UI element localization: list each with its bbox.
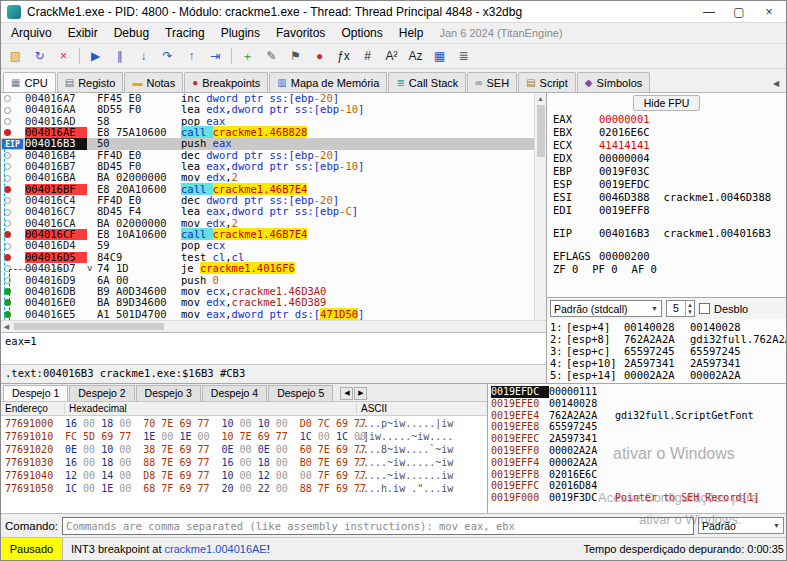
tab-script[interactable]: ▤Script <box>518 72 576 92</box>
stepper-arrows[interactable]: ▲ ▼ <box>685 301 694 316</box>
argument-row[interactable]: 5:[esp+14]00002A2A00002A2A <box>550 369 786 381</box>
disasm-row[interactable]: 004016E5A1 501D4700mov eax,dword ptr ds:… <box>1 309 534 320</box>
command-profile-select[interactable]: Padrão ▼ <box>698 517 784 534</box>
stack-row[interactable]: 0019EFEC2A597341 <box>488 433 786 445</box>
disasm-row[interactable]: 004016C78D45 F4lea eax,dword ptr ss:[ebp… <box>1 206 534 217</box>
tab-seh[interactable]: ∞SEH <box>467 72 517 92</box>
menu-item-arquivo[interactable]: Arquivo <box>3 24 60 42</box>
disasm-horizontal-scrollbar[interactable]: ◀ <box>1 320 546 332</box>
register-row-edx[interactable]: EDX00000004 <box>553 152 786 165</box>
label-icon[interactable]: ⚑ <box>284 46 307 67</box>
run-icon[interactable]: ▶ <box>84 46 107 67</box>
menu-item-options[interactable]: Options <box>333 24 390 42</box>
stack-row[interactable]: 0019EFE4762A2A2Agdi32full.ScriptGetFont <box>488 410 786 422</box>
menu-item-favoritos[interactable]: Favoritos <box>268 24 333 42</box>
disasm-row[interactable]: 004016D7v74 1Dje crackme1.4016F6 <box>1 263 534 274</box>
cpu-flags-row[interactable]: ZF 0PF 0AF 0 <box>553 263 786 276</box>
register-row-eax[interactable]: EAX00000001 <box>553 113 786 126</box>
dump-row[interactable]: 77691010FC 5D 69 77 1E 00 1E 00 10 7E 69… <box>1 430 487 443</box>
register-row-eflags[interactable]: EFLAGS 00000200 <box>553 250 786 263</box>
breakpoint-gutter[interactable] <box>1 150 25 161</box>
register-row-esp[interactable]: ESP0019EFDC <box>553 178 786 191</box>
disasm-row[interactable]: 004016B78D45 F0lea eax,dword ptr ss:[ebp… <box>1 161 534 172</box>
tab-despejo-4[interactable]: Despejo 4 <box>202 385 267 401</box>
menu-item-tracing[interactable]: Tracing <box>157 24 213 42</box>
stack-row[interactable]: 0019EFF802016E6C <box>488 469 786 481</box>
breakpoint-gutter[interactable] <box>1 286 25 297</box>
argument-row[interactable]: 1:[esp+4]0014002800140028 <box>550 321 786 333</box>
function-icon[interactable]: ƒx <box>332 46 355 67</box>
stack-row[interactable]: 0019F0000019F3DCPointer to SEH Record[1] <box>488 492 786 504</box>
stop-icon[interactable]: × <box>52 46 75 67</box>
menu-item-plugins[interactable]: Plugins <box>213 24 268 42</box>
argument-count-stepper[interactable]: 5 ▲ ▼ <box>666 300 695 317</box>
threads-icon[interactable]: ≣ <box>452 46 475 67</box>
maximize-icon[interactable]: ▢ <box>724 2 754 22</box>
tab-notas[interactable]: ▬Notas <box>124 72 183 92</box>
hide-fpu-button[interactable]: Hide FPU <box>633 95 701 111</box>
tab-despejo-5[interactable]: Despejo 5 <box>268 385 333 401</box>
argument-row[interactable]: 4:[esp+10]2A5973412A597341 <box>550 357 786 369</box>
memory-map-icon[interactable]: ▦ <box>428 46 451 67</box>
run-to-cursor-icon[interactable]: ⇥ <box>204 46 227 67</box>
disassembly-view[interactable]: 004016A7FF45 E0inc dword ptr ss:[ebp-20]… <box>1 93 534 320</box>
dump-row[interactable]: 7769103016 00 18 00 88 7E 69 77 16 00 18… <box>1 456 487 469</box>
step-into-icon[interactable]: ↓ <box>132 46 155 67</box>
hash-icon[interactable]: # <box>356 46 379 67</box>
stack-row[interactable]: 0019EFE865597245 <box>488 421 786 433</box>
step-over-icon[interactable]: ↷ <box>156 46 179 67</box>
az-icon[interactable]: Az <box>404 46 427 67</box>
register-row-edi[interactable]: EDI0019EFF8 <box>553 204 786 217</box>
tab-despejo-2[interactable]: Despejo 2 <box>69 385 134 401</box>
breakpoint-gutter[interactable] <box>1 195 25 206</box>
menu-item-debug[interactable]: Debug <box>106 24 157 42</box>
argument-row[interactable]: 2:[esp+8]762A2A2Agdi32full.762A2A2A <box>550 333 786 345</box>
menu-item-exibir[interactable]: Exibir <box>60 24 106 42</box>
command-input[interactable] <box>62 517 694 535</box>
argument-row[interactable]: 3:[esp+c]6559724565597245 <box>550 345 786 357</box>
tab-despejo-1[interactable]: Despejo 1 <box>3 385 68 401</box>
disasm-row[interactable]: 004016AA8D55 F0lea edx,dword ptr ss:[ebp… <box>1 104 534 115</box>
register-row-esi[interactable]: ESI0046D388crackme1.0046D388 <box>553 191 786 204</box>
close-icon[interactable]: × <box>754 2 784 22</box>
stepper-down-icon[interactable]: ▼ <box>686 309 694 316</box>
stack-row[interactable]: 0019EFE000140028 <box>488 398 786 410</box>
stack-row[interactable]: 0019EFF400002A2A <box>488 457 786 469</box>
register-row-ecx[interactable]: ECX41414141 <box>553 139 786 152</box>
breakpoint-gutter[interactable] <box>1 172 25 183</box>
disasm-row[interactable]: 004016D459pop ecx <box>1 240 534 251</box>
register-row-eip[interactable]: EIP 004016B3 crackme1.004016B3 <box>553 227 786 240</box>
scroll-up-icon[interactable]: ▲ <box>535 93 546 104</box>
register-row-ebx[interactable]: EBX02016E6C <box>553 126 786 139</box>
disasm-vertical-scrollbar[interactable]: ▲ <box>534 93 546 320</box>
calling-convention-select[interactable]: Padrão (stdcall) ▼ <box>550 300 662 317</box>
tab-overflow-left-icon[interactable]: ◀ <box>768 74 784 92</box>
stack-row[interactable]: 0019EFDC00000111 <box>488 386 786 398</box>
tab-cpu[interactable]: ▦CPU <box>3 72 56 92</box>
restart-icon[interactable]: ↻ <box>28 46 51 67</box>
breakpoint-gutter[interactable] <box>1 161 25 172</box>
minimize-icon[interactable]: — <box>694 2 724 22</box>
breakpoint-gutter[interactable] <box>1 240 25 251</box>
pause-icon[interactable]: ∥ <box>108 46 131 67</box>
breakpoint-gutter[interactable] <box>1 229 25 240</box>
register-row-ebp[interactable]: EBP0019F03C <box>553 165 786 178</box>
stepper-up-icon[interactable]: ▲ <box>686 302 694 309</box>
patch-icon[interactable]: ＋ <box>236 46 259 67</box>
tab-registo[interactable]: ▤Registo <box>57 72 124 92</box>
disasm-row[interactable]: 004016CFE8 10A10600call crackme1.46B7E4 <box>1 229 534 240</box>
breakpoint-gutter[interactable] <box>1 184 25 195</box>
disasm-row[interactable]: 004016AEE8 75A10600call crackme1.46B828 <box>1 127 534 138</box>
scrollbar-thumb[interactable] <box>537 105 545 157</box>
breakpoint-gutter[interactable] <box>1 116 25 127</box>
dump-nav-right-icon[interactable]: ▶ <box>354 387 367 400</box>
menu-item-help[interactable]: Help <box>391 24 432 42</box>
tab-breakpoints[interactable]: ●Breakpoints <box>184 72 268 92</box>
scrollbar-thumb[interactable] <box>14 323 164 330</box>
tab-simbolos[interactable]: ◆Símbolos <box>577 72 651 92</box>
breakpoint-gutter[interactable] <box>1 93 25 104</box>
stack-pane[interactable]: 0019EFDC000001110019EFE0001400280019EFE4… <box>488 384 786 513</box>
step-out-icon[interactable]: ↑ <box>180 46 203 67</box>
scroll-left-icon[interactable]: ◀ <box>1 321 12 332</box>
breakpoint-icon[interactable]: ● <box>308 46 331 67</box>
